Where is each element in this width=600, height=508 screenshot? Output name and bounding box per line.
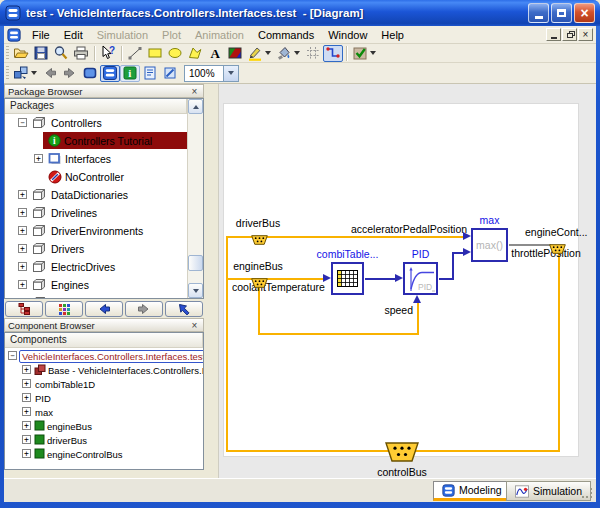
resize-grip[interactable] <box>581 487 593 499</box>
connection-throttle[interactable] <box>509 244 551 246</box>
enginecontrolbus-connector[interactable] <box>549 240 566 258</box>
expand-toggle[interactable] <box>18 262 27 271</box>
tree-item-drivers[interactable]: Drivers <box>5 240 187 258</box>
text-tool-button[interactable]: A <box>205 45 225 62</box>
document-menu-icon[interactable] <box>7 28 21 42</box>
connection-tool-button[interactable] <box>323 45 343 62</box>
expand-toggle[interactable] <box>22 407 31 416</box>
controlbus-connector[interactable] <box>385 442 419 466</box>
expand-toggle[interactable] <box>22 421 31 430</box>
diagram-editor[interactable]: PID max() <box>218 84 596 478</box>
tab-modeling[interactable]: Modeling <box>433 481 511 501</box>
used-classes-button[interactable] <box>160 65 180 82</box>
menu-help[interactable]: Help <box>374 28 411 42</box>
expand-toggle[interactable] <box>22 365 31 374</box>
expand-toggle[interactable] <box>22 449 31 458</box>
tree-item-nocontroller[interactable]: NoController <box>5 168 187 186</box>
expand-toggle[interactable] <box>22 379 31 388</box>
save-button[interactable] <box>31 45 51 62</box>
mdi-restore-button[interactable] <box>562 28 577 41</box>
expand-toggle[interactable] <box>18 280 27 289</box>
close-button[interactable] <box>574 3 595 23</box>
icon-view-button[interactable] <box>80 65 100 82</box>
tree-item-datadictionaries[interactable]: DataDictionaries <box>5 186 187 204</box>
minimize-button[interactable] <box>528 3 549 23</box>
menu-window[interactable]: Window <box>321 28 374 42</box>
fill-style-button[interactable] <box>274 45 294 62</box>
expand-toggle[interactable] <box>22 435 31 444</box>
check-model-dropdown[interactable] <box>370 51 376 55</box>
polygon-tool-button[interactable] <box>185 45 205 62</box>
parent-class-button[interactable] <box>165 301 203 317</box>
expand-toggle[interactable] <box>18 208 27 217</box>
block-max[interactable]: max() <box>471 228 508 262</box>
package-browser-close-icon[interactable]: × <box>189 87 200 96</box>
modelica-text-view-button[interactable] <box>140 65 160 82</box>
find-button[interactable] <box>51 45 71 62</box>
zoom-combo[interactable]: 100% <box>184 65 239 82</box>
diagram-view-button[interactable] <box>100 65 120 82</box>
toggle-grid-button[interactable] <box>303 45 323 62</box>
tree-item-combitable1d[interactable]: combiTable1D <box>5 377 203 391</box>
tree-item-controllers[interactable]: Controllers <box>5 114 187 132</box>
tree-item-base[interactable]: Base - VehicleInterfaces.Controllers.Int… <box>5 363 203 377</box>
expand-toggle[interactable] <box>22 393 31 402</box>
menu-edit[interactable]: Edit <box>57 28 90 42</box>
tree-item-enginecontrolbus[interactable]: engineControlBus <box>5 447 203 461</box>
line-style-button[interactable] <box>245 45 265 62</box>
zoom-value[interactable]: 100% <box>184 65 224 82</box>
connection-pid-out-h1[interactable] <box>439 278 453 280</box>
connection-coolant[interactable] <box>228 278 323 280</box>
mdi-close-button[interactable] <box>578 28 593 41</box>
maximize-button[interactable] <box>551 3 572 23</box>
check-model-button[interactable] <box>350 45 370 62</box>
tree-item-max[interactable]: max <box>5 405 203 419</box>
tree-item-driverenvironments[interactable]: DriverEnvironments <box>5 222 187 240</box>
enginebus-connector[interactable] <box>251 274 268 292</box>
insert-component-button[interactable] <box>11 65 31 82</box>
show-hierarchy-button[interactable] <box>5 301 43 317</box>
tree-item-enginebus[interactable]: engineBus <box>5 419 203 433</box>
bitmap-tool-button[interactable] <box>225 45 245 62</box>
forward-button[interactable] <box>60 65 80 82</box>
next-class-button[interactable] <box>125 301 163 317</box>
expand-toggle[interactable] <box>18 190 27 199</box>
insert-component-dropdown[interactable] <box>31 71 37 75</box>
driverbus-connector[interactable] <box>251 231 268 249</box>
line-tool-button[interactable] <box>125 45 145 62</box>
tab-simulation[interactable]: Simulation <box>506 481 591 501</box>
menu-file[interactable]: File <box>25 28 57 42</box>
block-combitable1d[interactable] <box>331 262 364 295</box>
panel-splitter[interactable] <box>204 84 218 478</box>
block-pid[interactable]: PID <box>403 262 438 295</box>
open-button[interactable] <box>11 45 31 62</box>
tree-item-engines[interactable]: Engines <box>5 276 187 294</box>
line-style-dropdown[interactable] <box>265 51 271 55</box>
collapse-toggle[interactable] <box>8 351 17 360</box>
scroll-down-button[interactable] <box>188 283 203 298</box>
zoom-dropdown-button[interactable] <box>224 65 239 82</box>
documentation-view-button[interactable]: i <box>120 65 140 82</box>
toolbar-grip[interactable] <box>6 46 9 60</box>
tree-item-electricdrives[interactable]: ElectricDrives <box>5 258 187 276</box>
bus-connection-right[interactable] <box>558 250 560 452</box>
expand-toggle[interactable] <box>18 244 27 253</box>
fill-style-dropdown[interactable] <box>294 51 300 55</box>
connection-speed-h[interactable] <box>258 333 419 335</box>
components-column-header[interactable]: Components <box>5 333 203 348</box>
tree-item-root-model[interactable]: VehicleInterfaces.Controllers.Interfaces… <box>5 349 203 363</box>
previous-class-button[interactable] <box>85 301 123 317</box>
tree-item-interfaces[interactable]: Interfaces <box>5 150 187 168</box>
tree-item-driverbus[interactable]: driverBus <box>5 433 203 447</box>
packages-column-header[interactable]: Packages <box>5 99 187 114</box>
collapse-toggle[interactable] <box>18 118 27 127</box>
tree-item-pid[interactable]: PID <box>5 391 203 405</box>
back-button[interactable] <box>40 65 60 82</box>
connection-table-to-pid[interactable] <box>365 278 395 280</box>
expand-toggle[interactable] <box>34 154 43 163</box>
menu-commands[interactable]: Commands <box>251 28 321 42</box>
connection-pid-out-v[interactable] <box>452 252 454 280</box>
show-components-button[interactable] <box>45 301 83 317</box>
connection-speed-v2[interactable] <box>417 303 419 335</box>
print-button[interactable] <box>71 45 91 62</box>
